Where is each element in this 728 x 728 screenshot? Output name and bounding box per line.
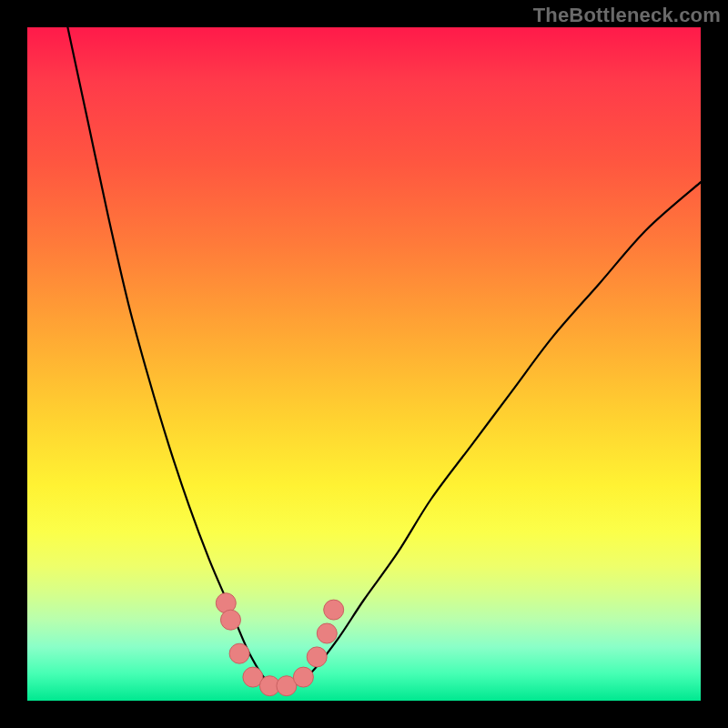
curve-marker bbox=[307, 647, 327, 667]
curve-layer bbox=[27, 27, 701, 701]
curve-marker bbox=[317, 623, 337, 643]
marker-layer bbox=[216, 593, 343, 696]
watermark-text: TheBottleneck.com bbox=[533, 4, 721, 27]
plot-area bbox=[27, 27, 701, 701]
chart-frame: TheBottleneck.com bbox=[0, 0, 728, 728]
curve-marker bbox=[229, 643, 249, 663]
curve-marker bbox=[324, 600, 344, 620]
curve-marker bbox=[220, 610, 240, 630]
bottleneck-curve bbox=[67, 27, 701, 688]
curve-marker bbox=[293, 667, 313, 687]
